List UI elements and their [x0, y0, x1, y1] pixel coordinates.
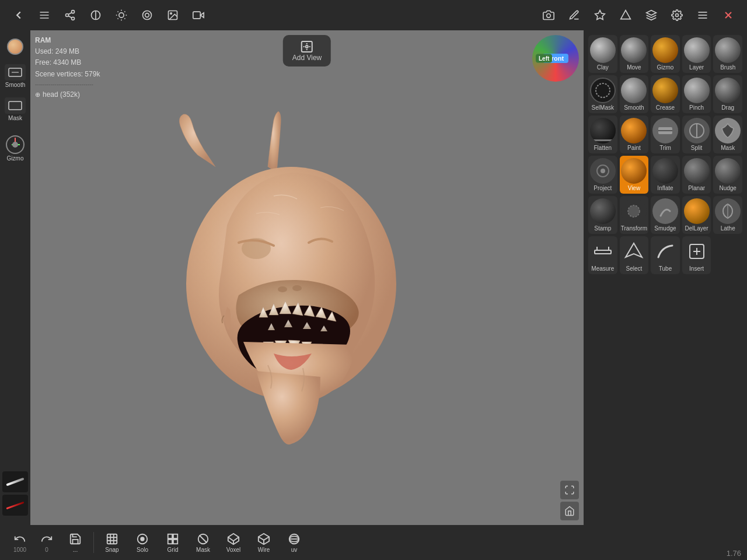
- brush-label-flatten: Flatten: [594, 145, 612, 151]
- color-tool-button[interactable]: [4, 35, 27, 58]
- brush-crease[interactable]: Crease: [651, 75, 680, 113]
- snap-button[interactable]: Snap: [97, 530, 127, 555]
- symmetry-button[interactable]: [84, 4, 107, 27]
- brush-brush[interactable]: Brush: [713, 35, 742, 73]
- voxel-button[interactable]: Voxel: [219, 530, 248, 555]
- left-label: Left: [536, 54, 552, 63]
- grab-button[interactable]: [588, 4, 612, 27]
- share-button[interactable]: [58, 4, 82, 27]
- svg-rect-61: [168, 534, 172, 538]
- svg-rect-64: [173, 539, 177, 543]
- brush-label-stamp: Stamp: [594, 225, 611, 232]
- pencil-button[interactable]: [563, 4, 586, 27]
- fullscreen-button[interactable]: [560, 481, 579, 499]
- light-button[interactable]: [110, 4, 133, 27]
- more-button[interactable]: [691, 4, 714, 27]
- svg-point-19: [170, 13, 172, 14]
- redo-count: 0: [45, 547, 48, 553]
- video-button[interactable]: [187, 4, 210, 27]
- material-button[interactable]: [135, 4, 159, 27]
- files-button[interactable]: [33, 4, 56, 27]
- brush-nudge[interactable]: Nudge: [713, 156, 742, 194]
- brush-drag[interactable]: Drag: [713, 75, 742, 113]
- svg-point-1: [66, 14, 69, 17]
- mesh-name: head (352k): [43, 89, 80, 100]
- brush-label-drag: Drag: [721, 104, 734, 111]
- brush-measure[interactable]: Measure: [588, 236, 617, 274]
- camera-button[interactable]: [537, 4, 560, 27]
- grid-button[interactable]: Grid: [158, 530, 187, 555]
- layers-right-button[interactable]: [640, 4, 663, 27]
- view-controls: [560, 481, 579, 520]
- svg-line-10: [118, 12, 118, 12]
- smooth-tool-button[interactable]: Smooth: [4, 61, 27, 92]
- brush-project[interactable]: Project: [588, 156, 617, 194]
- brush-label-trim: Trim: [659, 145, 671, 151]
- brush-selmask[interactable]: SelMask: [588, 75, 617, 113]
- redo-button[interactable]: 0: [34, 530, 60, 555]
- brush-label-nudge: Nudge: [719, 185, 736, 191]
- brush-stamp[interactable]: Stamp: [588, 196, 617, 234]
- svg-rect-58: [107, 534, 117, 544]
- wire-button[interactable]: Wire: [249, 530, 278, 555]
- svg-point-47: [601, 169, 605, 173]
- save-button[interactable]: ...: [61, 530, 90, 555]
- wire-label: Wire: [258, 547, 270, 553]
- right-brush-panel: ClayMoveGizmoLayerBrush SelMaskSmoothCre…: [584, 30, 747, 525]
- brush-gizmo[interactable]: Gizmo: [651, 35, 680, 73]
- close-button[interactable]: [717, 4, 740, 27]
- brush-label-measure: Measure: [591, 265, 614, 272]
- brush-label-selmask: SelMask: [592, 104, 614, 111]
- brush-label-inflate: Inflate: [657, 185, 673, 191]
- brush-move[interactable]: Move: [620, 35, 649, 73]
- brush-label-lathe: Lathe: [721, 225, 735, 232]
- settings-button[interactable]: [665, 4, 689, 27]
- snap-top-button[interactable]: [614, 4, 637, 27]
- gizmo-tool-button[interactable]: Gizmo: [4, 132, 27, 165]
- brush-tube[interactable]: Tube: [651, 236, 680, 274]
- svg-rect-34: [9, 102, 22, 110]
- brush-split[interactable]: Split: [682, 116, 711, 153]
- brush-insert[interactable]: Insert: [682, 236, 711, 274]
- back-button[interactable]: [7, 4, 30, 27]
- brush-mask[interactable]: Mask: [713, 116, 742, 153]
- svg-point-16: [143, 11, 152, 20]
- brush-label-split: Split: [691, 145, 702, 151]
- brush-select[interactable]: Select: [620, 236, 649, 274]
- brush-clay[interactable]: Clay: [588, 35, 617, 73]
- save-label: ...: [73, 547, 78, 553]
- undo-button[interactable]: 1000: [7, 530, 33, 555]
- brush-transform[interactable]: Transform: [620, 196, 649, 234]
- svg-line-15: [124, 12, 125, 12]
- image-button[interactable]: [161, 4, 184, 27]
- ram-used: Used: 249 MB: [35, 46, 100, 57]
- brush-flatten[interactable]: Flatten: [588, 116, 617, 153]
- svg-line-70: [228, 537, 233, 540]
- brush-pinch[interactable]: Pinch: [682, 75, 711, 113]
- brush-inflate[interactable]: Inflate: [651, 156, 680, 194]
- brush-trim[interactable]: Trim: [651, 116, 680, 153]
- svg-line-11: [124, 18, 125, 19]
- uv-label: uv: [291, 547, 298, 553]
- canvas-area[interactable]: RAM Used: 249 MB Free: 4340 MB Scene ver…: [30, 30, 584, 525]
- nav-cube[interactable]: Front Left: [532, 35, 579, 82]
- brush-view[interactable]: View: [620, 156, 649, 194]
- svg-rect-62: [173, 534, 177, 538]
- brush-smudge[interactable]: Smudge: [651, 196, 680, 234]
- add-view-button[interactable]: Add View: [283, 35, 331, 66]
- uv-button[interactable]: uv: [280, 530, 309, 555]
- brush-stroke-2[interactable]: [2, 495, 28, 516]
- brush-stroke-1[interactable]: [2, 471, 28, 492]
- brush-lathe[interactable]: Lathe: [713, 196, 742, 234]
- brush-planar[interactable]: Planar: [682, 156, 711, 194]
- brush-smooth[interactable]: Smooth: [620, 75, 649, 113]
- mask-bottom-button[interactable]: Mask: [189, 530, 218, 555]
- mask-tool-button[interactable]: Mask: [4, 94, 27, 125]
- brush-layer[interactable]: Layer: [682, 35, 711, 73]
- 3d-model[interactable]: [139, 108, 420, 447]
- svg-point-60: [141, 537, 144, 541]
- home-button[interactable]: [560, 502, 579, 520]
- brush-dellayer[interactable]: DelLayer: [682, 196, 711, 234]
- brush-paint[interactable]: Paint: [620, 116, 649, 153]
- solo-button[interactable]: Solo: [128, 530, 157, 555]
